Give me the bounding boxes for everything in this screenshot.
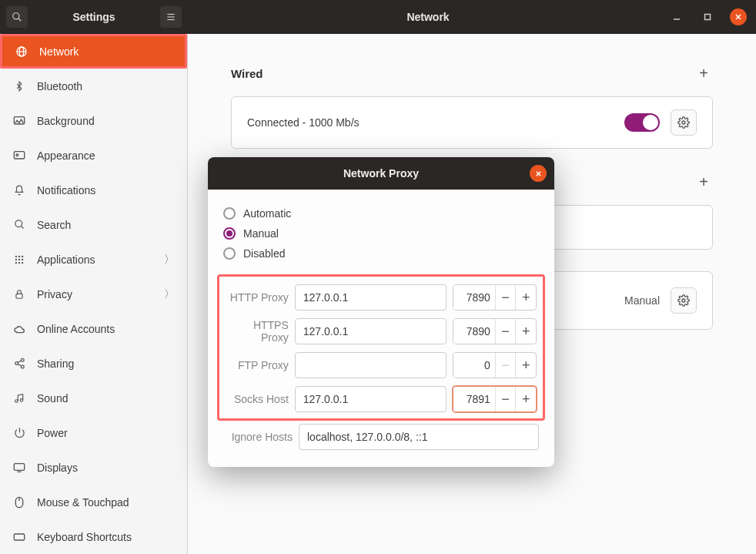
- https-proxy-port-input[interactable]: [453, 319, 495, 344]
- http-proxy-host-input[interactable]: [295, 284, 447, 311]
- svg-point-24: [18, 261, 20, 263]
- wired-settings-button[interactable]: [671, 109, 697, 136]
- hamburger-icon: [166, 12, 176, 22]
- decrement-button[interactable]: −: [495, 319, 516, 344]
- https-proxy-host-input[interactable]: [295, 318, 447, 344]
- sidebar-item-appearance[interactable]: Appearance: [0, 138, 187, 173]
- proxy-mode-disabled[interactable]: Disabled: [223, 243, 539, 264]
- sidebar: Network Bluetooth Background Appearance …: [0, 34, 188, 554]
- svg-point-22: [22, 258, 23, 260]
- ftp-proxy-row: FTP Proxy − +: [226, 352, 537, 378]
- decrement-button[interactable]: −: [495, 285, 516, 310]
- wired-status: Connected - 1000 Mb/s: [247, 116, 624, 129]
- minimize-icon: [673, 13, 681, 21]
- dialog-close-button[interactable]: [530, 165, 547, 182]
- dialog-titlebar: Network Proxy: [208, 157, 554, 190]
- socks-port-input[interactable]: [453, 387, 495, 411]
- sidebar-item-label: Notifications: [37, 184, 95, 196]
- sidebar-item-applications[interactable]: Applications 〉: [0, 242, 187, 277]
- sidebar-item-online-accounts[interactable]: Online Accounts: [0, 311, 187, 346]
- http-proxy-label: HTTP Proxy: [226, 291, 289, 304]
- svg-point-20: [15, 258, 17, 260]
- sidebar-item-label: Online Accounts: [37, 323, 115, 335]
- page-title: Network: [188, 11, 668, 23]
- search-icon: [12, 12, 22, 22]
- svg-line-30: [18, 361, 21, 363]
- hamburger-button[interactable]: [160, 6, 182, 28]
- maximize-button[interactable]: [699, 8, 716, 25]
- svg-line-1: [18, 18, 22, 22]
- sidebar-item-label: Privacy: [37, 288, 72, 301]
- sidebar-item-privacy[interactable]: Privacy 〉: [0, 277, 187, 311]
- sidebar-item-background[interactable]: Background: [0, 103, 187, 138]
- close-icon: [535, 170, 542, 177]
- sidebar-item-label: Keyboard Shortcuts: [37, 531, 132, 543]
- ftp-proxy-host-input[interactable]: [295, 352, 447, 378]
- https-proxy-row: HTTPS Proxy − +: [226, 318, 537, 344]
- proxy-mode-manual[interactable]: Manual: [223, 223, 539, 243]
- http-proxy-port-spinner: − +: [453, 284, 537, 311]
- ftp-proxy-port-spinner: − +: [453, 352, 537, 378]
- bluetooth-icon: [12, 80, 26, 92]
- increment-button[interactable]: +: [515, 353, 536, 378]
- add-vpn-button[interactable]: +: [694, 170, 713, 194]
- radio-label: Automatic: [243, 207, 291, 220]
- minimize-button[interactable]: [668, 8, 685, 25]
- keyboard-icon: [12, 532, 26, 542]
- search-button[interactable]: [6, 6, 28, 28]
- svg-point-42: [682, 299, 685, 302]
- sidebar-item-network[interactable]: Network: [0, 34, 187, 69]
- svg-point-15: [15, 220, 22, 227]
- toggle-knob: [643, 115, 658, 130]
- sidebar-item-sound[interactable]: Sound: [0, 381, 187, 415]
- sidebar-item-notifications[interactable]: Notifications: [0, 173, 187, 207]
- sidebar-item-bluetooth[interactable]: Bluetooth: [0, 69, 187, 103]
- globe-icon: [15, 45, 28, 58]
- ignore-hosts-input[interactable]: [299, 424, 539, 450]
- proxy-rows-highlight: HTTP Proxy − + HTTPS Proxy − +: [217, 274, 545, 421]
- sidebar-item-label: Sound: [37, 392, 68, 405]
- sidebar-item-keyboard[interactable]: Keyboard Shortcuts: [0, 519, 187, 554]
- close-icon: [734, 13, 742, 21]
- increment-button[interactable]: +: [515, 285, 536, 310]
- svg-point-19: [22, 255, 23, 257]
- sidebar-item-power[interactable]: Power: [0, 415, 187, 450]
- increment-button[interactable]: +: [515, 387, 536, 411]
- sidebar-item-label: Power: [37, 427, 68, 439]
- socks-host-input[interactable]: [295, 386, 447, 412]
- wired-toggle[interactable]: [624, 113, 660, 132]
- svg-rect-38: [14, 534, 24, 540]
- add-wired-button[interactable]: +: [694, 62, 713, 86]
- radio-icon: [223, 207, 236, 220]
- proxy-mode-automatic[interactable]: Automatic: [223, 203, 539, 223]
- sidebar-item-sharing[interactable]: Sharing: [0, 346, 187, 381]
- close-button[interactable]: [730, 8, 747, 25]
- svg-point-27: [21, 358, 24, 361]
- sidebar-item-mouse[interactable]: Mouse & Touchpad: [0, 485, 187, 519]
- grid-icon: [12, 254, 26, 265]
- sidebar-item-label: Appearance: [37, 149, 95, 162]
- sidebar-item-search[interactable]: Search: [0, 207, 187, 242]
- sidebar-item-displays[interactable]: Displays: [0, 450, 187, 485]
- ignore-hosts-row: Ignore Hosts: [223, 424, 539, 450]
- power-icon: [12, 427, 26, 438]
- sidebar-item-label: Applications: [37, 253, 95, 266]
- gear-icon: [677, 116, 690, 129]
- svg-point-14: [16, 154, 18, 156]
- svg-point-0: [13, 13, 19, 19]
- sidebar-item-label: Background: [37, 115, 95, 127]
- https-proxy-label: HTTPS Proxy: [226, 319, 289, 344]
- svg-point-33: [20, 398, 23, 401]
- ftp-proxy-port-input[interactable]: [453, 353, 495, 378]
- http-proxy-port-input[interactable]: [453, 285, 495, 310]
- decrement-button[interactable]: −: [495, 353, 516, 378]
- decrement-button[interactable]: −: [495, 387, 516, 411]
- music-icon: [12, 392, 26, 405]
- wired-section-title: Wired: [231, 67, 263, 80]
- sidebar-item-label: Mouse & Touchpad: [37, 496, 129, 509]
- proxy-settings-button[interactable]: [671, 287, 697, 314]
- svg-point-32: [15, 399, 18, 402]
- proxy-mode-label: Manual: [624, 294, 660, 307]
- svg-point-29: [21, 365, 24, 368]
- increment-button[interactable]: +: [515, 319, 536, 344]
